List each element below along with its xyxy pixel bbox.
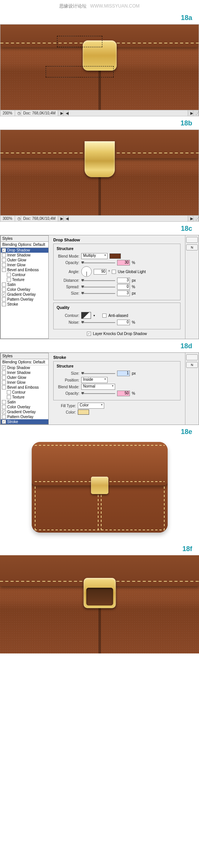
checkbox-icon[interactable]: ✓ [2,366,6,370]
checkbox-icon[interactable] [2,380,6,385]
checkbox-icon[interactable] [7,273,11,277]
style-texture[interactable]: Texture [1,277,48,282]
style-color-overlay[interactable]: Color Overlay [1,287,48,292]
blend-mode-select[interactable]: Multiply [81,253,108,259]
checkbox-icon[interactable] [2,287,6,292]
style-contour[interactable]: Contour [1,390,48,395]
style-inner-glow[interactable]: Inner Glow [1,380,48,385]
stroke-color-swatch[interactable] [78,409,89,415]
checkbox-icon[interactable]: ✓ [2,292,6,297]
style-texture[interactable]: Texture [1,395,48,400]
style-bevel[interactable]: Bevel and Emboss [1,267,48,272]
checkbox-icon[interactable] [2,302,6,306]
position-select[interactable]: Inside [81,377,108,383]
style-pattern-overlay[interactable]: Pattern Overlay [1,297,48,302]
blend-mode-select[interactable]: Normal [81,384,115,390]
checkbox-icon[interactable] [7,278,11,282]
aa-checkbox[interactable] [102,314,106,318]
style-outer-glow[interactable]: Outer Glow [1,375,48,380]
style-pattern-overlay[interactable]: Pattern Overlay [1,414,48,419]
distance-slider[interactable] [81,280,115,281]
style-gradient-overlay[interactable]: ✓Gradient Overlay [1,409,48,414]
noise-slider[interactable] [81,322,115,323]
opacity-field[interactable]: 50 [117,391,130,396]
style-drop-shadow[interactable]: ✓Drop Shadow [1,365,48,370]
noise-field[interactable]: 0 [117,320,130,325]
blending-options[interactable]: Blending Options: Default [1,359,48,365]
checkbox-icon[interactable] [2,268,6,272]
style-gradient-overlay[interactable]: ✓Gradient Overlay [1,292,48,297]
style-outer-glow[interactable]: Outer Glow [1,258,48,263]
checkbox-icon[interactable] [2,400,6,404]
distance-field[interactable]: 3 [117,278,130,283]
checkbox-icon[interactable] [2,263,6,267]
checkbox-icon[interactable] [2,283,6,287]
resize-grip[interactable]: ⋰ [193,110,199,116]
side-btn-1[interactable] [186,354,198,360]
scroll-right[interactable]: ▶ [188,216,193,221]
style-bevel[interactable]: Bevel and Emboss [1,385,48,390]
style-inner-shadow[interactable]: Inner Shadow [1,253,48,258]
style-color-overlay[interactable]: Color Overlay [1,405,48,409]
doc-menu-arrow[interactable]: ▶ [58,110,63,116]
side-btn-2[interactable]: N [186,362,198,368]
style-inner-glow[interactable]: Inner Glow [1,263,48,267]
statusbar-icon[interactable]: ◷ [15,110,21,116]
size-field[interactable]: 1 [117,371,130,376]
style-stroke[interactable]: Stroke [1,302,48,307]
size-slider[interactable] [81,373,115,374]
side-btn-2[interactable]: N [186,244,198,250]
filltype-select[interactable]: Color [78,403,104,409]
statusbar-icon[interactable]: ◷ [15,216,21,221]
checkbox-icon[interactable] [2,375,6,380]
spread-slider[interactable] [81,287,115,287]
scroll-track[interactable] [69,216,188,221]
checkbox-icon[interactable] [2,253,6,257]
opacity-slider[interactable] [81,263,115,263]
global-light-checkbox[interactable] [112,270,116,274]
checkbox-icon[interactable] [2,297,6,301]
checkbox-icon[interactable] [2,385,6,389]
style-inner-shadow[interactable]: Inner Shadow [1,370,48,375]
scroll-left[interactable]: ◀ [63,216,69,221]
checkbox-icon[interactable] [2,258,6,262]
checkbox-icon[interactable]: ✓ [2,410,6,414]
opacity-field[interactable]: 30 [117,260,130,266]
checkbox-icon[interactable] [2,371,6,375]
doc-menu-arrow[interactable]: ▶ [58,216,63,221]
spread-field[interactable]: 0 [117,284,130,290]
color-swatch[interactable] [110,253,121,259]
side-btn-1[interactable] [186,237,198,243]
checkbox-icon[interactable] [7,395,11,399]
style-stroke[interactable]: ✓Stroke [1,419,48,424]
scroll-right[interactable]: ▶ [188,110,193,116]
size-field[interactable]: 3 [117,290,130,296]
zoom-level[interactable]: 200% [0,110,15,116]
checkbox-icon[interactable]: ✓ [2,248,6,252]
size-slider[interactable] [81,293,115,294]
step-18f: 18f [0,542,199,555]
scroll-track[interactable] [69,110,188,116]
selection-marquee-bottom[interactable] [46,66,114,77]
scroll-left[interactable]: ◀ [63,110,69,116]
style-satin[interactable]: Satin [1,282,48,287]
angle-field[interactable]: 90 [94,269,106,275]
resize-grip[interactable]: ⋰ [193,216,199,221]
checkbox-icon[interactable] [2,415,6,419]
zoom-level[interactable]: 300% [0,216,15,221]
canvas-18b[interactable] [0,130,199,216]
style-contour[interactable]: Contour [1,272,48,277]
opacity-slider[interactable] [81,393,115,394]
canvas-18a[interactable] [0,24,199,110]
selection-marquee-top[interactable] [57,36,102,47]
contour-menu-icon[interactable]: ▼ [93,314,96,317]
checkbox-icon[interactable] [7,390,11,394]
style-satin[interactable]: Satin [1,400,48,405]
checkbox-icon[interactable]: ✓ [2,420,6,424]
contour-picker[interactable] [81,312,91,319]
knockout-checkbox[interactable]: ✓ [87,332,91,336]
angle-wheel[interactable] [81,266,92,277]
style-drop-shadow[interactable]: ✓Drop Shadow [1,248,48,253]
blending-options[interactable]: Blending Options: Default [1,242,48,248]
checkbox-icon[interactable] [2,405,6,409]
